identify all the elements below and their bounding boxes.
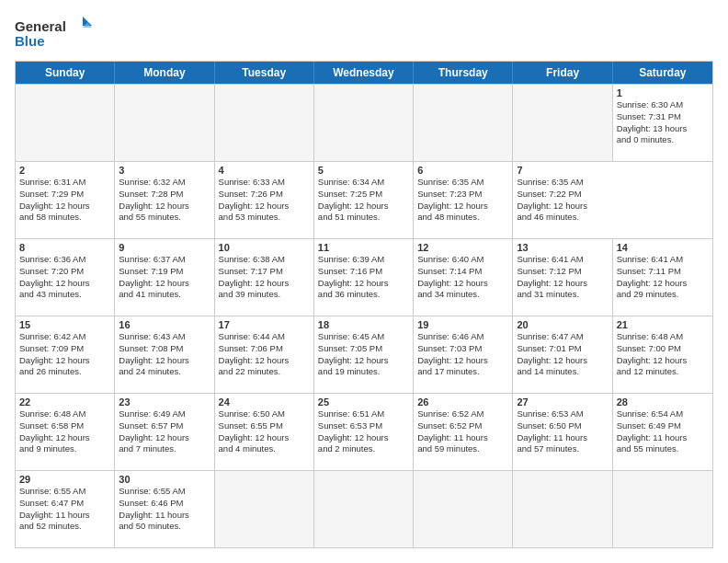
calendar-cell xyxy=(414,471,513,547)
calendar-cell: 13Sunrise: 6:41 AMSunset: 7:12 PMDayligh… xyxy=(513,239,612,316)
day-header-friday: Friday xyxy=(513,62,612,84)
calendar-cell: 3Sunrise: 6:32 AMSunset: 7:28 PMDaylight… xyxy=(115,162,214,238)
calendar-cell: 8Sunrise: 6:36 AMSunset: 7:20 PMDaylight… xyxy=(16,239,115,316)
calendar-cell: 9Sunrise: 6:37 AMSunset: 7:19 PMDaylight… xyxy=(115,239,214,316)
calendar-cell: 22Sunrise: 6:48 AMSunset: 6:58 PMDayligh… xyxy=(16,394,115,470)
calendar-header: SundayMondayTuesdayWednesdayThursdayFrid… xyxy=(16,62,712,84)
calendar-cell: 12Sunrise: 6:40 AMSunset: 7:14 PMDayligh… xyxy=(414,239,513,316)
calendar-cell: 19Sunrise: 6:46 AMSunset: 7:03 PMDayligh… xyxy=(414,316,513,393)
calendar-cell: 29Sunrise: 6:55 AMSunset: 6:47 PMDayligh… xyxy=(16,471,115,547)
calendar-cell: 10Sunrise: 6:38 AMSunset: 7:17 PMDayligh… xyxy=(215,239,314,316)
calendar-cell: 14Sunrise: 6:41 AMSunset: 7:11 PMDayligh… xyxy=(613,239,712,316)
calendar: SundayMondayTuesdayWednesdayThursdayFrid… xyxy=(15,61,713,548)
day-header-tuesday: Tuesday xyxy=(215,62,314,84)
logo-svg: General Blue xyxy=(15,15,97,52)
calendar-cell: 2Sunrise: 6:31 AMSunset: 7:29 PMDaylight… xyxy=(16,162,115,238)
calendar-cell: 15Sunrise: 6:42 AMSunset: 7:09 PMDayligh… xyxy=(16,316,115,393)
calendar-cell: 21Sunrise: 6:48 AMSunset: 7:00 PMDayligh… xyxy=(613,316,712,393)
calendar-cell: 26Sunrise: 6:52 AMSunset: 6:52 PMDayligh… xyxy=(414,394,513,470)
calendar-cell xyxy=(314,471,414,547)
svg-text:General: General xyxy=(15,18,66,34)
calendar-cell: 27Sunrise: 6:53 AMSunset: 6:50 PMDayligh… xyxy=(513,394,612,470)
calendar-row: 1Sunrise: 6:30 AMSunset: 7:31 PMDaylight… xyxy=(16,84,712,161)
calendar-cell: 20Sunrise: 6:47 AMSunset: 7:01 PMDayligh… xyxy=(513,316,612,393)
calendar-cell: 28Sunrise: 6:54 AMSunset: 6:49 PMDayligh… xyxy=(613,394,712,470)
day-header-thursday: Thursday xyxy=(414,62,513,84)
calendar-cell-empty xyxy=(314,85,414,161)
calendar-row: 29Sunrise: 6:55 AMSunset: 6:47 PMDayligh… xyxy=(16,470,712,547)
calendar-cell: 7Sunrise: 6:35 AMSunset: 7:22 PMDaylight… xyxy=(513,162,612,238)
calendar-cell-empty xyxy=(414,85,513,161)
day-header-monday: Monday xyxy=(115,62,214,84)
calendar-cell: 11Sunrise: 6:39 AMSunset: 7:16 PMDayligh… xyxy=(314,239,414,316)
calendar-cell: 4Sunrise: 6:33 AMSunset: 7:26 PMDaylight… xyxy=(215,162,314,238)
calendar-cell: 5Sunrise: 6:34 AMSunset: 7:25 PMDaylight… xyxy=(314,162,414,238)
calendar-cell: 24Sunrise: 6:50 AMSunset: 6:55 PMDayligh… xyxy=(215,394,314,470)
logo: General Blue xyxy=(15,15,97,52)
calendar-cell xyxy=(215,471,314,547)
calendar-cell: 16Sunrise: 6:43 AMSunset: 7:08 PMDayligh… xyxy=(115,316,214,393)
calendar-cell: 17Sunrise: 6:44 AMSunset: 7:06 PMDayligh… xyxy=(215,316,314,393)
calendar-cell: 23Sunrise: 6:49 AMSunset: 6:57 PMDayligh… xyxy=(115,394,214,470)
calendar-cell-empty xyxy=(115,85,214,161)
calendar-row: 8Sunrise: 6:36 AMSunset: 7:20 PMDaylight… xyxy=(16,238,712,316)
day-header-wednesday: Wednesday xyxy=(314,62,414,84)
calendar-cell: 18Sunrise: 6:45 AMSunset: 7:05 PMDayligh… xyxy=(314,316,414,393)
calendar-body: 1Sunrise: 6:30 AMSunset: 7:31 PMDaylight… xyxy=(16,84,712,547)
svg-text:Blue: Blue xyxy=(15,33,45,49)
calendar-cell xyxy=(513,471,612,547)
calendar-row: 22Sunrise: 6:48 AMSunset: 6:58 PMDayligh… xyxy=(16,393,712,470)
calendar-row: 2Sunrise: 6:31 AMSunset: 7:29 PMDaylight… xyxy=(16,161,712,238)
calendar-cell: 6Sunrise: 6:35 AMSunset: 7:23 PMDaylight… xyxy=(414,162,513,238)
day-header-sunday: Sunday xyxy=(16,62,115,84)
day-header-saturday: Saturday xyxy=(613,62,712,84)
calendar-cell: 1Sunrise: 6:30 AMSunset: 7:31 PMDaylight… xyxy=(613,85,712,161)
page-header: General Blue xyxy=(15,15,713,52)
calendar-cell: 30Sunrise: 6:55 AMSunset: 6:46 PMDayligh… xyxy=(115,471,214,547)
calendar-cell-empty xyxy=(215,85,314,161)
calendar-row: 15Sunrise: 6:42 AMSunset: 7:09 PMDayligh… xyxy=(16,316,712,393)
calendar-cell-empty xyxy=(513,85,612,161)
calendar-cell: 25Sunrise: 6:51 AMSunset: 6:53 PMDayligh… xyxy=(314,394,414,470)
calendar-cell-empty xyxy=(16,85,115,161)
calendar-cell xyxy=(613,471,712,547)
